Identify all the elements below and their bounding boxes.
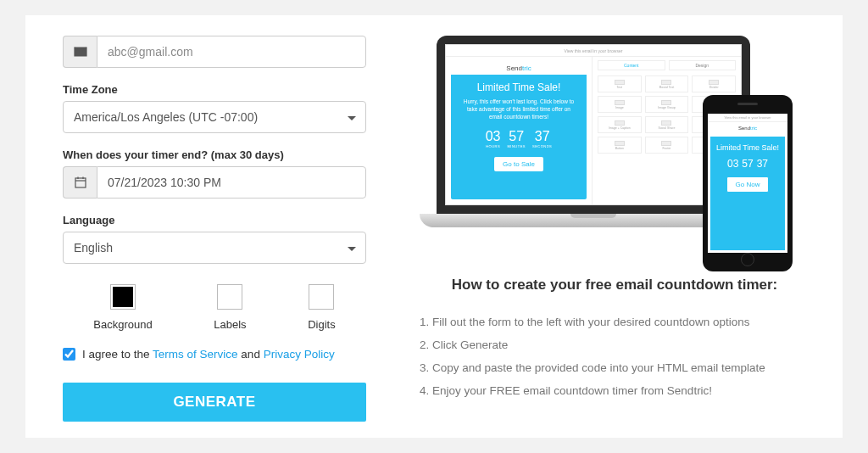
- privacy-link[interactable]: Privacy Policy: [264, 348, 335, 361]
- labels-color-picker[interactable]: [217, 284, 242, 310]
- timer-seconds: 37SECONDS: [532, 129, 552, 148]
- swatch-label: Labels: [214, 318, 246, 331]
- timezone-select-wrap: America/Los Angeles (UTC -07:00): [63, 101, 366, 133]
- howto-step: Click Generate: [432, 333, 812, 356]
- sidebar-item: Text: [598, 76, 642, 92]
- timer-minutes: 57MINUTES: [508, 129, 526, 148]
- phone-screen: View this email in your browser Sendtric…: [708, 114, 787, 253]
- sidebar-item: Social Share: [645, 116, 689, 133]
- main-card: Time Zone America/Los Angeles (UTC -07:0…: [25, 15, 843, 438]
- sidebar-item: Image Group: [645, 96, 689, 113]
- consent-mid: and: [238, 348, 264, 361]
- generate-button[interactable]: GENERATE: [63, 383, 366, 422]
- email-icon: [63, 36, 97, 68]
- howto-step: Enjoy your FREE email countdown timer fr…: [432, 379, 812, 402]
- sidebar-item: Image + Caption: [598, 116, 642, 133]
- digits-color-picker[interactable]: [309, 284, 334, 310]
- timezone-label: Time Zone: [63, 83, 366, 96]
- swatch-inner: [220, 287, 240, 307]
- timezone-select[interactable]: America/Los Angeles (UTC -07:00): [63, 101, 366, 133]
- sidebar-item: Button: [598, 137, 642, 154]
- promo-subtitle: Hurry, this offer won't last long. Click…: [461, 98, 576, 120]
- language-select-wrap: English: [63, 232, 366, 264]
- phone-promo-title: Limited Time Sale!: [716, 143, 779, 153]
- brand-logo: Sendtric: [451, 62, 587, 75]
- tos-link[interactable]: Terms of Service: [153, 348, 238, 361]
- sidebar-item: Boxed Text: [645, 76, 689, 92]
- sidebar-item: Divider: [692, 76, 736, 92]
- color-swatches: Background Labels Digits: [63, 284, 366, 331]
- sidebar-item: Image: [598, 96, 642, 113]
- sidebar-tab: Content: [598, 60, 665, 70]
- sidebar-tabs: Content Design: [598, 60, 736, 70]
- phone-timer: 03 57 37: [727, 158, 768, 170]
- laptop-screen: View this email in your browser Sendtric…: [445, 44, 742, 205]
- form-panel: Time Zone America/Los Angeles (UTC -07:0…: [25, 36, 390, 417]
- howto-title: How to create your free email countdown …: [417, 277, 812, 294]
- timer-hours: 03HOURS: [486, 129, 501, 148]
- email-group: [63, 36, 366, 68]
- info-panel: View this email in your browser Sendtric…: [390, 36, 843, 417]
- consent-prefix: I agree to the: [82, 348, 153, 361]
- phone-promo: Limited Time Sale! 03 57 37 Go Now: [710, 137, 785, 250]
- timer-end-group: [63, 166, 366, 199]
- swatch-digits: Digits: [308, 284, 336, 331]
- phone-topbar: View this email in your browser: [708, 114, 787, 122]
- background-color-picker[interactable]: [110, 284, 136, 310]
- swatch-inner: [311, 287, 331, 307]
- screen-main: Sendtric Limited Time Sale! Hurry, this …: [446, 57, 741, 204]
- swatch-background: Background: [93, 284, 152, 331]
- howto-step: Fill out the form to the left with your …: [432, 310, 812, 333]
- timer-minutes: 57: [742, 158, 753, 170]
- promo-title: Limited Time Sale!: [477, 81, 561, 93]
- howto-step: Copy and paste the provided code into yo…: [432, 356, 812, 379]
- email-field[interactable]: [97, 36, 366, 68]
- swatch-inner: [113, 287, 133, 307]
- consent-row: I agree to the Terms of Service and Priv…: [63, 348, 366, 361]
- timer-hours: 03: [727, 158, 738, 170]
- language-label: Language: [63, 214, 366, 226]
- sidebar-item: Footer: [645, 137, 689, 154]
- email-topbar: View this email in your browser: [446, 45, 741, 57]
- promo-cta: Go to Sale: [494, 157, 543, 171]
- swatch-label: Background: [93, 318, 152, 331]
- consent-checkbox[interactable]: [63, 348, 75, 361]
- sidebar-tab: Design: [669, 60, 737, 70]
- timer-end-field[interactable]: [97, 166, 366, 199]
- promo-block: Sendtric Limited Time Sale! Hurry, this …: [451, 62, 587, 199]
- calendar-icon: [63, 166, 97, 199]
- countdown-timer: 03HOURS 57MINUTES 37SECONDS: [486, 129, 553, 148]
- howto-list: Fill out the form to the left with your …: [417, 310, 812, 402]
- phone-cta: Go Now: [726, 176, 770, 193]
- timer-end-label: When does your timer end? (max 30 days): [63, 148, 366, 161]
- swatch-labels: Labels: [214, 284, 246, 331]
- language-select[interactable]: English: [63, 232, 366, 264]
- consent-text: I agree to the Terms of Service and Priv…: [82, 348, 335, 361]
- swatch-label: Digits: [308, 318, 336, 331]
- device-mockup: View this email in your browser Sendtric…: [437, 36, 793, 265]
- timer-seconds: 37: [757, 158, 768, 170]
- phone-brand: Sendtric: [708, 122, 787, 134]
- svg-rect-0: [75, 178, 86, 187]
- phone-mock: View this email in your browser Sendtric…: [703, 95, 793, 271]
- screen-body: View this email in your browser Sendtric…: [446, 45, 741, 204]
